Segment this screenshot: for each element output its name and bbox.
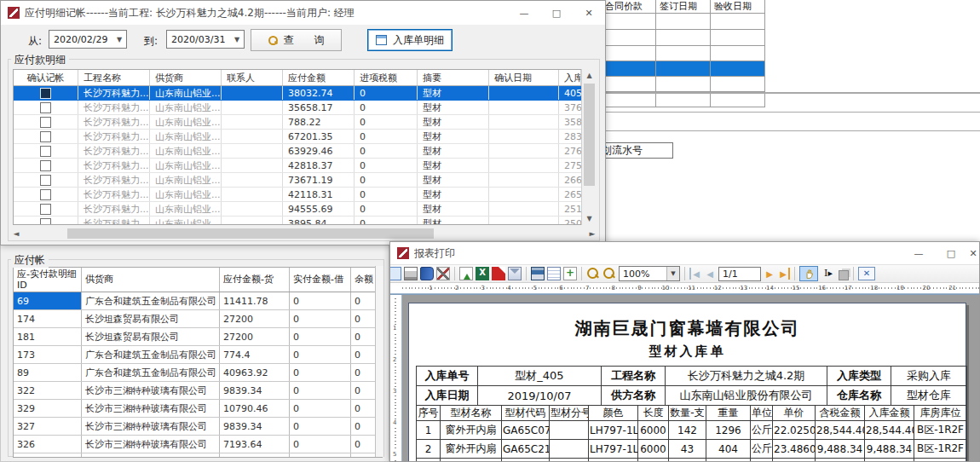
minimize-button[interactable]: —	[902, 242, 935, 264]
table-row[interactable]: 长沙万科魅力...山东南山铝业...3895.840型材250	[14, 217, 581, 225]
export-icon[interactable]	[459, 267, 473, 280]
table-row[interactable]: 长沙万科魅力...山东南山铝业...63929.460型材276	[14, 144, 581, 159]
scroll-left-icon[interactable]: ◄	[9, 227, 23, 240]
checkbox-cell[interactable]	[14, 159, 78, 172]
id-cell[interactable]: 329	[14, 400, 82, 417]
confirm-checkbox[interactable]	[40, 204, 51, 215]
table-row[interactable]: 327长沙市三湘特种玻璃有限公司9839.3400	[14, 418, 383, 436]
scroll-thumb[interactable]	[67, 228, 434, 239]
zoom-in-icon[interactable]	[586, 267, 600, 280]
table-row[interactable]: 长沙万科魅力...山东南山铝业...788.220型材358	[14, 115, 581, 130]
table-row[interactable]: 181长沙坦森贸易有限公司2720000	[14, 328, 383, 346]
column-header-6[interactable]: 摘要	[418, 70, 489, 85]
table-row[interactable]	[602, 61, 765, 77]
column-header-2[interactable]: 供货商	[150, 70, 222, 85]
vertical-scrollbar[interactable]: ▲ ▼	[581, 69, 596, 225]
close-button[interactable]: ✕	[967, 242, 979, 264]
scroll-down-icon[interactable]: ▼	[582, 212, 597, 225]
tools-icon[interactable]	[436, 267, 450, 280]
checkbox-cell[interactable]	[14, 217, 78, 225]
chevron-down-icon[interactable]: ▼	[112, 31, 126, 48]
confirm-checkbox[interactable]	[40, 175, 51, 186]
to-date-combobox[interactable]: 2020/03/31 ▼	[166, 30, 245, 49]
table-row[interactable]: 173广东合和建筑五金制品有限公司774.400	[14, 346, 383, 364]
chevron-down-icon[interactable]: ▼	[666, 267, 679, 280]
table-row[interactable]: 89广东合和建筑五金制品有限公司40963.9200	[14, 364, 383, 382]
previous-page-icon[interactable]: ◀	[704, 268, 716, 280]
id-cell[interactable]: 89	[14, 364, 82, 381]
id-cell[interactable]	[14, 453, 82, 458]
query-button[interactable]: 查 询	[251, 29, 342, 51]
excel-icon[interactable]	[476, 267, 489, 280]
checkbox-cell[interactable]	[14, 130, 78, 143]
column-header-5[interactable]: 进项税额	[355, 70, 418, 85]
document-icon[interactable]	[547, 267, 561, 280]
close-icon[interactable]	[858, 267, 875, 280]
panel-right-scroll-strip[interactable]	[375, 266, 383, 457]
inbound-detail-button[interactable]: 入库单明细	[367, 29, 453, 51]
checkbox-cell[interactable]	[14, 86, 78, 100]
id-cell[interactable]: 174	[14, 310, 82, 327]
table-row[interactable]	[602, 30, 765, 46]
text-select-icon[interactable]	[821, 267, 836, 280]
confirm-checkbox[interactable]	[40, 218, 51, 225]
confirm-checkbox[interactable]	[40, 88, 51, 99]
id-cell[interactable]: 327	[14, 418, 82, 435]
column-header-4[interactable]: 应付金额	[283, 70, 355, 85]
payable-detail-titlebar[interactable]: 应付明细记帐------当前工程: 长沙万科魅力之城4.2期------当前用户…	[1, 1, 605, 25]
minimize-button[interactable]: —	[508, 1, 540, 25]
save-icon[interactable]	[531, 267, 545, 280]
scroll-up-icon[interactable]: ▲	[582, 69, 597, 82]
table-row[interactable]	[602, 92, 765, 107]
column-header-3[interactable]: 实付金额-借	[290, 268, 351, 292]
checkbox-cell[interactable]	[14, 202, 78, 216]
printer-icon[interactable]	[404, 267, 418, 280]
report-preview-canvas[interactable]: 12345 湖南巨晟门窗幕墙有限公司 型材入库单 入库单号型材_405工程名称长…	[390, 294, 979, 462]
confirm-checkbox[interactable]	[40, 146, 51, 157]
table-row[interactable]: 长沙万科魅力...山东南山铝业...73671.190型材266	[14, 173, 581, 188]
table-row[interactable]: 322长沙市三湘特种玻璃有限公司9839.3400	[14, 382, 383, 400]
chevron-down-icon[interactable]: ▼	[230, 31, 244, 48]
confirm-checkbox[interactable]	[40, 189, 51, 200]
table-row[interactable]: 长沙万科魅力...山东南山铝业...94555.690型材251	[14, 202, 581, 217]
horizontal-scrollbar[interactable]: ◄ ►	[9, 227, 599, 240]
report-print-titlebar[interactable]: 报表打印 — □ ✕	[390, 242, 979, 264]
page-indicator-input[interactable]: 1/1	[718, 267, 761, 281]
table-row[interactable]	[602, 77, 765, 92]
column-header-1[interactable]: 工程名称	[78, 70, 150, 85]
next-page-icon[interactable]: ▶	[764, 268, 775, 280]
column-header-2[interactable]: 应付金额-货	[220, 268, 290, 292]
payable-account-grid[interactable]: 应-实付款明细ID供货商应付金额-货实付金额-借余额 69广东合和建筑五金制品有…	[13, 267, 383, 458]
table-row[interactable]: 174长沙坦森贸易有限公司2720000	[14, 310, 383, 328]
checkbox-cell[interactable]	[14, 173, 78, 187]
table-row[interactable]	[602, 46, 765, 61]
table-row[interactable]: 326长沙市三湘特种玻璃有限公司7193.6400	[14, 436, 383, 453]
id-cell[interactable]: 322	[14, 382, 82, 399]
id-cell[interactable]: 173	[14, 346, 82, 363]
scroll-right-icon[interactable]: ►	[585, 227, 599, 240]
table-row[interactable]: 长沙万科魅力...山东南山铝业...38032.740型材405	[14, 86, 581, 101]
table-row[interactable]: 长沙万科魅力...山东南山铝业...35658.170型材376	[14, 101, 581, 115]
table-row[interactable]: 长沙万科魅力...山东南山铝业...67201.350型材283	[14, 130, 581, 144]
column-header-0[interactable]: 应-实付款明细ID	[14, 268, 82, 292]
table-row[interactable]: 69广东合和建筑五金制品有限公司11411.7800	[14, 292, 383, 310]
checkbox-cell[interactable]	[14, 115, 78, 129]
grid-icon[interactable]	[389, 267, 401, 280]
id-cell[interactable]: 326	[14, 436, 82, 453]
checkbox-cell[interactable]	[14, 188, 78, 201]
zoom-level-combobox[interactable]: 100% ▼	[619, 266, 680, 281]
first-page-icon[interactable]: ◀	[689, 268, 701, 280]
checkbox-cell[interactable]	[14, 144, 78, 158]
last-page-icon[interactable]: ▶	[778, 268, 790, 280]
column-header-0[interactable]: 确认记帐	[14, 70, 78, 85]
close-button[interactable]: ✕	[573, 1, 605, 25]
confirm-checkbox[interactable]	[40, 131, 51, 142]
table-row[interactable]: 长沙万科魅力...山东南山铝业...42818.370型材275	[14, 159, 581, 173]
table-row[interactable]: 329长沙市三湘特种玻璃有限公司10790.4600	[14, 400, 383, 418]
confirm-checkbox[interactable]	[40, 117, 51, 128]
zoom-out-icon[interactable]	[602, 267, 616, 280]
table-row[interactable]	[602, 14, 765, 30]
mail-icon[interactable]	[508, 267, 522, 280]
column-header-8[interactable]: 入库	[559, 70, 581, 85]
copy-icon[interactable]	[839, 270, 849, 280]
